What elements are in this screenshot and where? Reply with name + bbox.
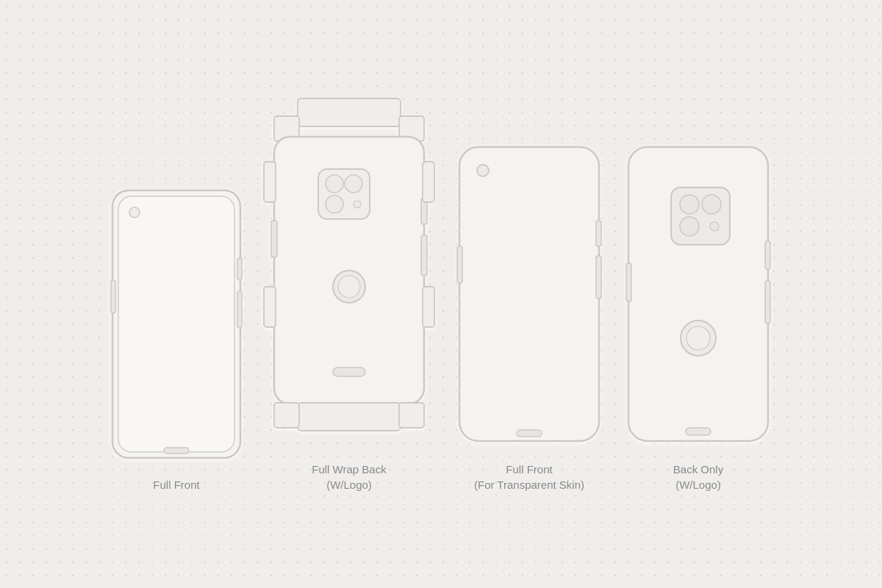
svg-point-42: [686, 326, 710, 350]
svg-point-14: [326, 196, 343, 213]
svg-rect-21: [333, 368, 365, 376]
svg-rect-46: [686, 428, 711, 435]
svg-rect-23: [274, 403, 299, 428]
svg-rect-27: [423, 162, 434, 202]
svg-rect-43: [765, 241, 770, 269]
svg-rect-4: [237, 291, 242, 328]
svg-rect-34: [517, 430, 542, 437]
svg-rect-22: [298, 403, 401, 431]
svg-rect-3: [237, 258, 242, 280]
svg-rect-32: [596, 256, 601, 298]
label-full-front-transparent: Full Front (For Transparent Skin): [474, 462, 584, 492]
svg-point-2: [129, 207, 140, 218]
svg-rect-5: [111, 280, 115, 313]
svg-point-40: [710, 222, 719, 231]
svg-rect-1: [118, 196, 234, 452]
svg-point-17: [338, 276, 360, 298]
svg-point-39: [680, 217, 699, 236]
svg-point-12: [326, 175, 343, 193]
label-full-wrap-back: Full Wrap Back (W/Logo): [312, 462, 386, 492]
phone-item-full-wrap-back: Full Wrap Back (W/Logo): [261, 96, 437, 492]
phone-item-full-front: Full Front: [107, 184, 246, 492]
svg-rect-26: [264, 287, 276, 327]
svg-point-37: [680, 195, 699, 214]
svg-rect-25: [264, 162, 276, 202]
phone-svg-back-only: [621, 140, 775, 448]
svg-rect-44: [765, 281, 770, 323]
phone-item-back-only: Back Only (W/Logo): [621, 140, 775, 492]
svg-rect-24: [399, 403, 424, 428]
phone-item-full-front-transparent: Full Front (For Transparent Skin): [452, 140, 606, 492]
phone-svg-full-wrap-back: [261, 96, 437, 448]
svg-rect-28: [423, 287, 434, 327]
phone-templates-container: Full Front: [22, 96, 860, 492]
svg-rect-29: [459, 147, 599, 441]
phone-svg-full-front-transparent: [452, 140, 606, 448]
svg-point-13: [345, 175, 362, 193]
phone-svg-full-front: [107, 184, 246, 464]
label-back-only: Back Only (W/Logo): [673, 462, 723, 492]
svg-point-38: [702, 195, 721, 214]
svg-rect-45: [626, 263, 631, 301]
svg-point-15: [354, 201, 361, 208]
svg-rect-7: [298, 98, 401, 126]
svg-rect-33: [457, 246, 462, 283]
label-full-front: Full Front: [153, 477, 199, 492]
svg-rect-36: [671, 187, 730, 245]
svg-rect-20: [271, 220, 277, 257]
svg-rect-11: [318, 169, 370, 219]
svg-rect-19: [421, 235, 427, 276]
svg-rect-6: [164, 448, 189, 453]
svg-rect-31: [596, 220, 601, 246]
svg-point-30: [477, 165, 489, 176]
